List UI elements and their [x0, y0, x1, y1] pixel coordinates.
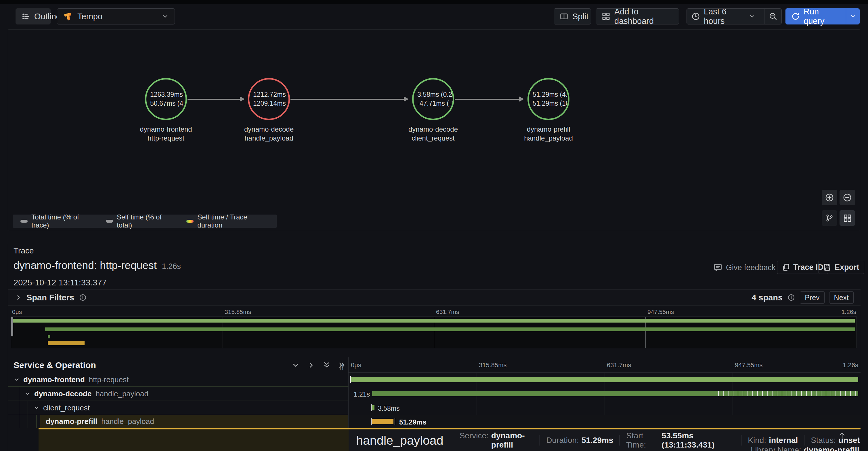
node-stat-1: 1212.72ms (...	[253, 90, 288, 99]
time-range-group: Last 6 hours	[686, 8, 782, 25]
ruler-tick: 0μs	[351, 361, 361, 369]
save-icon	[824, 263, 832, 271]
span-name-cell[interactable]: dynamo-decode handle_payload	[8, 387, 348, 401]
collapse-all-icon[interactable]	[322, 361, 331, 369]
node-stat-2: 50.67ms (4....	[150, 99, 186, 108]
span-count: 4 spans	[751, 293, 782, 302]
chevron-down-icon[interactable]	[25, 391, 31, 397]
collapse-one-icon[interactable]	[291, 361, 300, 369]
info-circle-icon[interactable]	[787, 293, 795, 302]
span-row-prefill-selected: dynamo-prefill handle_payload 51.29ms	[8, 415, 861, 428]
node-stat-2: -47.71ms (-1...	[417, 99, 453, 108]
copy-icon	[782, 263, 790, 271]
graph-node-dynamo-decode[interactable]: 1212.72ms (... 1209.14ms (...	[248, 78, 290, 120]
export-button[interactable]: Export	[818, 261, 864, 274]
span-duration-label: 51.29ms	[399, 418, 427, 426]
panel-title: Trace	[13, 246, 34, 255]
node-stat-1: 3.58ms (0.2...	[417, 90, 453, 99]
detail-kind: Kind:internal	[748, 436, 798, 445]
span-filters-label: Span Filters	[27, 293, 74, 302]
run-query-dropdown[interactable]	[846, 8, 860, 25]
ruler-tick: 631.7ms	[607, 361, 631, 369]
column-resize-handle[interactable]: ||	[339, 363, 344, 371]
chevron-down-icon	[749, 13, 755, 20]
node-label: dynamo-prefillhandle_payload	[488, 125, 609, 143]
span-bar[interactable]	[372, 419, 394, 424]
graph-zoom-out-button[interactable]	[839, 190, 855, 205]
span-bar[interactable]	[372, 405, 374, 411]
split-button[interactable]: Split	[554, 8, 591, 25]
tick-label: 0μs	[12, 308, 22, 315]
service-operation-header: Service & Operation ||	[8, 358, 348, 373]
give-feedback-link[interactable]: Give feedback	[713, 263, 776, 272]
trace-start-timestamp: 2025-10-12 13:11:33.377	[13, 278, 107, 287]
minimap-viewport-handle[interactable]	[11, 317, 13, 336]
graph-layout-grid-button[interactable]	[839, 210, 855, 226]
trace-panel: Trace dynamo-frontend: http-request 1.26…	[8, 244, 860, 451]
service-operation-title: Service & Operation	[13, 360, 96, 370]
node-label: dynamo-frontendhttp-request	[105, 125, 226, 143]
span-track	[348, 373, 861, 387]
legend-total-time: Total time (% of trace)	[21, 213, 94, 229]
info-circle-icon[interactable]	[79, 293, 87, 302]
timeline-ruler: 0μs 315.85ms 631.7ms 947.55ms 1.26s	[348, 358, 861, 373]
graph-node-dynamo-prefill[interactable]: 51.29ms (4.... 51.29ms (10...	[527, 78, 569, 120]
span-service: dynamo-decode	[34, 389, 91, 398]
span-detail-title: handle_payload	[356, 433, 443, 448]
outline-button[interactable]: Outline	[16, 8, 51, 25]
span-bar[interactable]	[351, 377, 858, 382]
node-stat-2: 51.29ms (10...	[533, 99, 568, 108]
graph-zoom-in-button[interactable]	[822, 190, 837, 205]
span-operation: handle_payload	[95, 389, 148, 398]
outline-list-icon	[22, 12, 30, 21]
span-name-cell[interactable]: client_request	[8, 401, 348, 415]
search-minus-icon	[769, 12, 778, 21]
scroll-to-top-arrow[interactable]	[838, 431, 847, 440]
add-to-dashboard-button[interactable]: Add to dashboard	[596, 8, 679, 25]
minimap-span-bar	[13, 319, 855, 322]
next-span-button[interactable]: Next	[829, 291, 854, 304]
time-range-picker[interactable]: Last 6 hours	[687, 9, 760, 24]
chevron-down-icon[interactable]	[13, 376, 20, 383]
span-nav: 4 spans Prev Next	[751, 291, 854, 304]
span-start-tick	[371, 404, 372, 411]
give-feedback-label: Give feedback	[726, 263, 776, 272]
span-name-cell[interactable]: dynamo-frontend http-request	[8, 373, 348, 387]
node-stat-1: 51.29ms (4....	[533, 90, 568, 99]
node-stat-2: 1209.14ms (...	[253, 99, 288, 108]
clock-icon	[691, 12, 700, 21]
legend-gradient-swatch	[186, 220, 193, 223]
graph-node-client-request[interactable]: 3.58ms (0.2... -47.71ms (-1...	[412, 78, 454, 120]
run-query-button-group: Run query	[785, 8, 860, 25]
prev-span-button[interactable]: Prev	[800, 291, 824, 304]
span-operation: handle_payload	[101, 417, 154, 426]
edge-2	[290, 99, 404, 100]
chevron-down-icon[interactable]	[33, 405, 40, 411]
time-zoom-out-button[interactable]	[764, 9, 781, 24]
span-operation: http-request	[89, 375, 129, 384]
graph-node-dynamo-frontend[interactable]: 1263.39ms (... 50.67ms (4....	[145, 78, 187, 120]
minimap-tick-labels: 0μs 315.85ms 631.7ms 947.55ms 1.26s	[11, 308, 857, 316]
time-range-label: Last 6 hours	[704, 7, 745, 26]
span-filters-toggle[interactable]: Span Filters	[15, 293, 87, 302]
tempo-logo-icon	[63, 11, 73, 22]
sync-icon	[791, 12, 800, 21]
comment-icon	[713, 263, 722, 272]
expand-one-icon[interactable]	[307, 361, 315, 369]
edge-1-arrowhead	[240, 96, 245, 102]
edge-1	[188, 99, 241, 100]
datasource-picker[interactable]: Tempo	[57, 8, 175, 25]
run-query-button[interactable]: Run query	[785, 8, 842, 25]
edge-3	[455, 99, 520, 100]
span-bar[interactable]	[372, 391, 858, 396]
export-label: Export	[835, 263, 859, 272]
graph-layout-branch-button[interactable]	[822, 210, 837, 226]
tick-label: 947.55ms	[647, 308, 674, 315]
minimap-span-bar	[48, 341, 85, 345]
detail-start-time: Start Time:53.55ms (13:11:33.431)	[626, 431, 735, 450]
span-name-cell[interactable]: dynamo-prefill handle_payload	[8, 415, 348, 428]
run-query-label: Run query	[804, 7, 836, 26]
split-label: Split	[572, 12, 588, 21]
span-track: 1.21s	[348, 387, 861, 401]
timeline-minimap[interactable]	[11, 316, 857, 348]
